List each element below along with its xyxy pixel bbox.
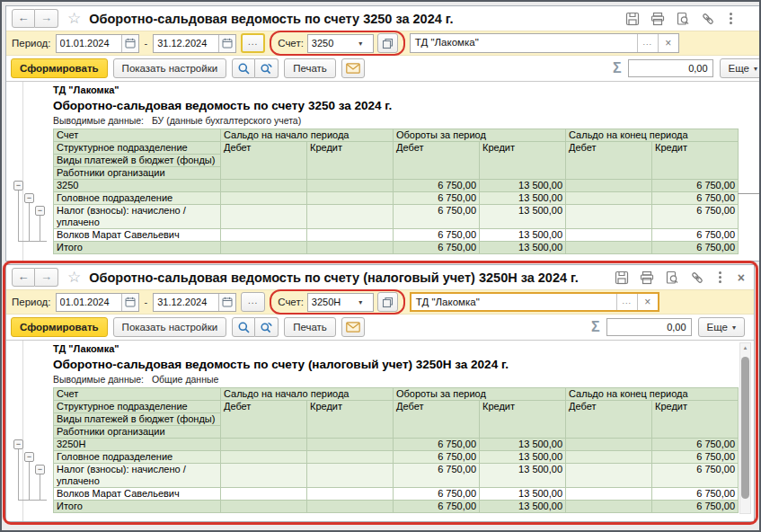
cell-value[interactable] <box>307 501 394 513</box>
cell-value[interactable] <box>566 229 652 242</box>
row-label[interactable]: Итого <box>54 501 221 513</box>
collapse-toggle[interactable]: − <box>24 452 34 462</box>
cell-value[interactable]: 13 500,00 <box>480 242 566 254</box>
chevron-down-icon[interactable]: ▾ <box>353 35 368 52</box>
organization-clear-icon[interactable]: × <box>637 294 658 310</box>
cell-value[interactable] <box>221 464 307 488</box>
collapse-toggle[interactable]: − <box>35 465 45 474</box>
cell-value[interactable] <box>566 451 652 464</box>
cell-value[interactable]: 13 500,00 <box>480 488 566 501</box>
row-label[interactable]: Налог (взносы): начислено / уплачено <box>54 464 221 488</box>
scrollbar-thumb[interactable] <box>741 357 749 499</box>
cell-value[interactable]: 6 750,00 <box>652 229 739 242</box>
back-icon[interactable]: ← <box>12 268 35 287</box>
forward-icon[interactable]: → <box>35 268 58 287</box>
sum-input[interactable] <box>628 59 713 77</box>
sum-input[interactable] <box>606 318 692 336</box>
cell-value[interactable]: 6 750,00 <box>652 439 739 451</box>
cell-value[interactable]: 6 750,00 <box>394 180 480 192</box>
link-icon[interactable] <box>690 270 704 285</box>
cell-value[interactable] <box>221 242 307 254</box>
print-button[interactable]: Печать <box>284 317 336 337</box>
row-label[interactable]: Головное подразделение <box>54 192 221 205</box>
cell-value[interactable] <box>221 205 307 229</box>
cell-value[interactable]: 6 750,00 <box>394 451 480 464</box>
period-to-input[interactable] <box>154 294 218 311</box>
mail-icon[interactable] <box>341 58 365 78</box>
favorite-star-icon[interactable]: ☆ <box>67 270 81 285</box>
cell-value[interactable] <box>307 180 394 192</box>
row-label[interactable]: Волков Марат Савельевич <box>54 488 221 501</box>
open-account-icon[interactable] <box>377 33 398 53</box>
cell-value[interactable]: 13 500,00 <box>480 501 566 513</box>
cell-value[interactable]: 6 750,00 <box>652 242 739 254</box>
cell-value[interactable]: 13 500,00 <box>480 192 566 205</box>
row-label[interactable]: 3250 <box>54 180 221 192</box>
print-button[interactable]: Печать <box>284 58 336 78</box>
link-icon[interactable] <box>701 12 715 26</box>
cell-value[interactable] <box>307 192 394 205</box>
close-icon[interactable]: × <box>736 271 747 284</box>
cell-value[interactable] <box>566 439 652 451</box>
collapse-toggle[interactable]: − <box>24 193 34 203</box>
collapse-toggle[interactable]: − <box>13 181 23 191</box>
scroll-up-icon[interactable]: ▲ <box>740 343 750 353</box>
calendar-icon[interactable] <box>218 35 235 52</box>
account-input[interactable] <box>308 35 353 52</box>
cell-value[interactable]: 6 750,00 <box>394 242 480 254</box>
cell-value[interactable] <box>566 192 652 205</box>
collapse-toggle[interactable]: − <box>13 439 23 449</box>
generate-button[interactable]: Сформировать <box>11 317 108 337</box>
row-label[interactable]: Волков Марат Савельевич <box>54 229 221 242</box>
cell-value[interactable] <box>566 180 652 192</box>
cell-value[interactable]: 6 750,00 <box>652 451 739 464</box>
search-icon[interactable] <box>232 317 255 337</box>
cell-value[interactable]: 6 750,00 <box>652 464 739 488</box>
organization-choose-icon[interactable]: ... <box>637 34 658 52</box>
cell-value[interactable] <box>221 501 307 513</box>
cell-value[interactable]: 13 500,00 <box>480 229 566 242</box>
cell-value[interactable]: 6 750,00 <box>394 439 480 451</box>
forward-icon[interactable]: → <box>35 9 58 28</box>
print-icon[interactable] <box>650 12 665 26</box>
cell-value[interactable]: 6 750,00 <box>652 501 739 513</box>
generate-button[interactable]: Сформировать <box>11 58 108 78</box>
cell-value[interactable] <box>307 229 394 242</box>
organization-value[interactable]: ТД "Лакомка" <box>411 294 616 310</box>
cell-value[interactable]: 13 500,00 <box>480 451 566 464</box>
row-label[interactable]: 3250Н <box>54 439 221 451</box>
cell-value[interactable] <box>566 205 652 229</box>
organization-choose-icon[interactable]: ... <box>616 294 637 310</box>
mail-icon[interactable] <box>341 317 365 337</box>
cell-value[interactable]: 6 750,00 <box>394 501 480 513</box>
cell-value[interactable] <box>307 242 394 254</box>
cell-value[interactable] <box>566 501 652 513</box>
cell-value[interactable] <box>221 192 307 205</box>
row-label[interactable]: Головное подразделение <box>54 451 221 464</box>
preview-icon[interactable] <box>676 12 690 26</box>
row-label[interactable]: Налог (взносы): начислено / уплачено <box>54 205 221 229</box>
cell-value[interactable]: 6 750,00 <box>394 464 480 488</box>
more-button[interactable]: Еще ▾ <box>698 317 745 337</box>
cell-value[interactable]: 6 750,00 <box>394 229 480 242</box>
save-icon[interactable] <box>625 12 640 26</box>
more-menu-icon[interactable] <box>726 12 736 25</box>
cell-value[interactable] <box>307 205 394 229</box>
show-settings-button[interactable]: Показать настройки <box>113 58 227 78</box>
search-next-icon[interactable] <box>255 58 279 78</box>
calendar-icon[interactable] <box>121 294 138 311</box>
collapse-toggle[interactable]: − <box>35 206 45 216</box>
cell-value[interactable] <box>307 439 394 451</box>
cell-value[interactable] <box>221 180 307 192</box>
show-settings-button[interactable]: Показать настройки <box>113 317 227 337</box>
period-from-input[interactable] <box>57 35 121 52</box>
cell-value[interactable] <box>307 464 394 488</box>
cell-value[interactable]: 13 500,00 <box>480 464 566 488</box>
chevron-down-icon[interactable]: ▾ <box>353 294 368 311</box>
cell-value[interactable] <box>221 488 307 501</box>
cell-value[interactable] <box>307 451 394 464</box>
cell-value[interactable] <box>221 229 307 242</box>
print-icon[interactable] <box>640 270 654 285</box>
period-choose-button[interactable]: ... <box>241 33 265 53</box>
cell-value[interactable] <box>307 488 394 501</box>
